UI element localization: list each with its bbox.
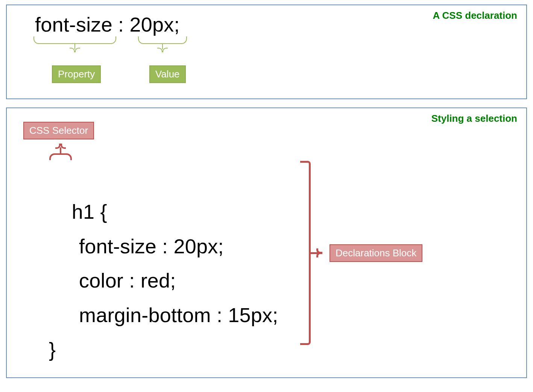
declaration-line-3: margin-bottom : 15px;	[49, 298, 278, 333]
label-declarations-block: Declarations Block	[330, 244, 422, 262]
label-property: Property	[52, 65, 101, 83]
bracket-declarations-block-icon	[300, 161, 311, 345]
brace-value-icon	[138, 36, 187, 44]
panel-styling-selection: Styling a selection CSS Selector h1 { fo…	[6, 107, 527, 378]
declaration-code: font-size : 20px;	[35, 13, 180, 36]
label-css-selector: CSS Selector	[23, 122, 94, 139]
close-brace: }	[49, 338, 56, 361]
selector-text: h1 {	[72, 200, 107, 223]
declaration-line-2: color : red;	[49, 263, 278, 298]
label-value: Value	[149, 65, 186, 83]
panel-title-css-declaration: A CSS declaration	[433, 10, 517, 21]
css-rule-code: h1 { font-size : 20px;color : red;margin…	[49, 160, 278, 391]
brace-property-icon	[33, 36, 116, 44]
brace-selector-icon	[49, 153, 72, 160]
declaration-line-1: font-size : 20px;	[49, 229, 278, 264]
panel-title-styling-selection: Styling a selection	[431, 113, 517, 124]
panel-css-declaration: A CSS declaration font-size : 20px; Prop…	[6, 5, 527, 99]
